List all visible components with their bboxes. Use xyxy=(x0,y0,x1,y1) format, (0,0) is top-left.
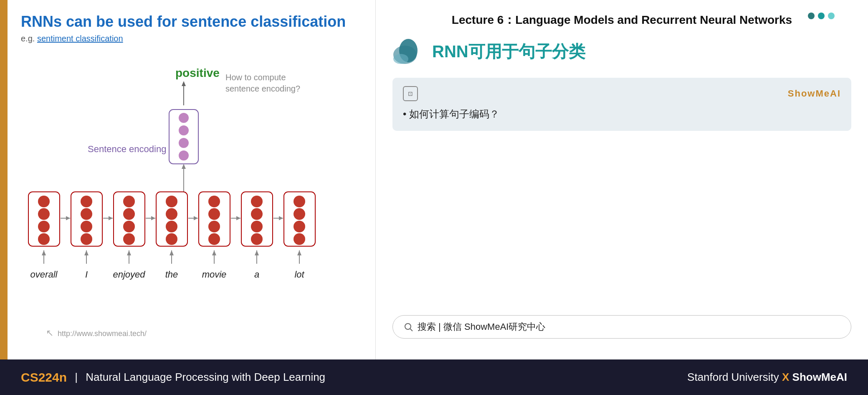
word-label-3: enjoyed xyxy=(113,269,145,280)
w7-arrow-head xyxy=(297,250,301,255)
slide-panel: RNNs can be used for sentence classifica… xyxy=(0,0,376,359)
w2-c4 xyxy=(81,233,92,245)
word-label-6: a xyxy=(254,269,259,280)
bullet-point: • xyxy=(403,108,409,120)
w1-c2 xyxy=(38,208,50,220)
slide-diagram: positive How to compute sentence encodin… xyxy=(21,60,354,354)
subtitle-prefix: e.g. xyxy=(21,34,35,43)
search-bar-text: 搜索 | 微信 ShowMeAI研究中心 xyxy=(418,321,545,333)
w1-arrow-head xyxy=(42,250,46,255)
word-label-2: I xyxy=(85,269,88,280)
se-circle-4 xyxy=(179,150,189,161)
positive-arrow-head xyxy=(182,81,186,86)
how-compute-text2: sentence encoding? xyxy=(225,84,300,93)
bottom-bar: CS224n | Natural Language Processing wit… xyxy=(0,359,868,395)
showmeai-text: ShowMeAI xyxy=(792,371,847,383)
w4-c4 xyxy=(166,233,177,245)
word-label-7: lot xyxy=(294,269,304,280)
w3-c3 xyxy=(123,221,135,232)
lecture-header: Lecture 6：Language Models and Recurrent … xyxy=(392,13,851,28)
slide-title: RNNs can be used for sentence classifica… xyxy=(21,13,354,31)
w6-c3 xyxy=(251,221,263,232)
bottom-left: CS224n | Natural Language Processing wit… xyxy=(21,370,325,385)
w5-arrow-head xyxy=(212,250,216,255)
how-compute-text1: How to compute xyxy=(225,73,286,82)
rnn-title-row: RNN可用于句子分类 xyxy=(392,36,851,67)
w3-c4 xyxy=(123,233,135,245)
showmeai-brand: ShowMeAI xyxy=(788,88,841,99)
svg-line-4 xyxy=(410,329,413,331)
slide-left-bar xyxy=(0,0,8,359)
h-arrow-1-head xyxy=(66,216,70,220)
w3-c1 xyxy=(123,196,135,207)
w7-c1 xyxy=(294,196,305,207)
w3-arrow-head xyxy=(127,250,131,255)
dot-1 xyxy=(808,13,815,19)
rnn-title-text: RNN可用于句子分类 xyxy=(432,40,585,63)
word-label-4: the xyxy=(165,269,178,280)
annotation-bullet-text: 如何计算句子编码？ xyxy=(409,108,499,120)
cursor-icon: ↖ xyxy=(46,328,53,338)
w7-c4 xyxy=(294,233,305,245)
se-circle-3 xyxy=(179,138,189,148)
stanford-text: Stanford University xyxy=(687,371,779,383)
w4-c1 xyxy=(166,196,177,207)
cs224n-label: CS224n xyxy=(21,370,67,385)
w1-c4 xyxy=(38,233,50,245)
annotation-content: • 如何计算句子编码？ xyxy=(403,106,841,122)
w7-c2 xyxy=(294,208,305,220)
w6-c1 xyxy=(251,196,263,207)
w6-c4 xyxy=(251,233,263,245)
svg-point-2 xyxy=(393,54,408,64)
url-text: http://www.showmeai.tech/ xyxy=(58,329,147,338)
w5-c2 xyxy=(208,208,220,220)
svg-point-3 xyxy=(405,324,411,329)
separator: | xyxy=(72,371,81,384)
w7-c3 xyxy=(294,221,305,232)
annotation-box: ⊡ ShowMeAI • 如何计算句子编码？ xyxy=(392,78,851,130)
dots-row xyxy=(808,13,835,19)
bottom-right: Stanford University X ShowMeAI xyxy=(687,371,847,384)
w4-c3 xyxy=(166,221,177,232)
w2-c2 xyxy=(81,208,92,220)
last-to-encoding-arrow-head xyxy=(182,164,186,169)
positive-label: positive xyxy=(175,66,220,79)
h-arrow-4-head xyxy=(194,216,198,220)
search-bar[interactable]: 搜索 | 微信 ShowMeAI研究中心 xyxy=(392,315,851,339)
w5-c1 xyxy=(208,196,220,207)
dot-2 xyxy=(818,13,825,19)
w4-c2 xyxy=(166,208,177,220)
h-arrow-6-head xyxy=(279,216,283,220)
word-label-1: overall xyxy=(30,269,58,280)
w1-c1 xyxy=(38,196,50,207)
x-text: X xyxy=(782,371,789,383)
word-label-5: movie xyxy=(202,269,227,280)
rnn-icon xyxy=(392,36,424,67)
slide-subtitle: e.g. sentiment classification xyxy=(21,34,354,43)
right-panel: Lecture 6：Language Models and Recurrent … xyxy=(376,0,868,359)
w4-arrow-head xyxy=(170,250,174,255)
h-arrow-3-head xyxy=(151,216,155,220)
se-circle-2 xyxy=(179,125,189,135)
search-icon xyxy=(403,322,413,332)
w2-arrow-head xyxy=(84,250,89,255)
w1-c3 xyxy=(38,221,50,232)
w5-c4 xyxy=(208,233,220,245)
w2-c1 xyxy=(81,196,92,207)
w2-c3 xyxy=(81,221,92,232)
ai-icon: ⊡ xyxy=(403,86,418,101)
se-circle-1 xyxy=(179,113,189,123)
rnn-diagram-svg: positive How to compute sentence encodin… xyxy=(21,60,363,353)
dot-3 xyxy=(828,13,835,19)
annotation-header: ⊡ ShowMeAI xyxy=(403,86,841,101)
w3-c2 xyxy=(123,208,135,220)
h-arrow-5-head xyxy=(236,216,240,220)
sentence-encoding-label: Sentence encoding xyxy=(88,144,166,154)
lecture-header-text: Lecture 6：Language Models and Recurrent … xyxy=(452,13,792,26)
h-arrow-2-head xyxy=(109,216,113,220)
w6-c2 xyxy=(251,208,263,220)
w6-arrow-head xyxy=(255,250,259,255)
w5-c3 xyxy=(208,221,220,232)
course-title: Natural Language Processing with Deep Le… xyxy=(86,371,325,384)
subtitle-link[interactable]: sentiment classification xyxy=(37,34,123,43)
